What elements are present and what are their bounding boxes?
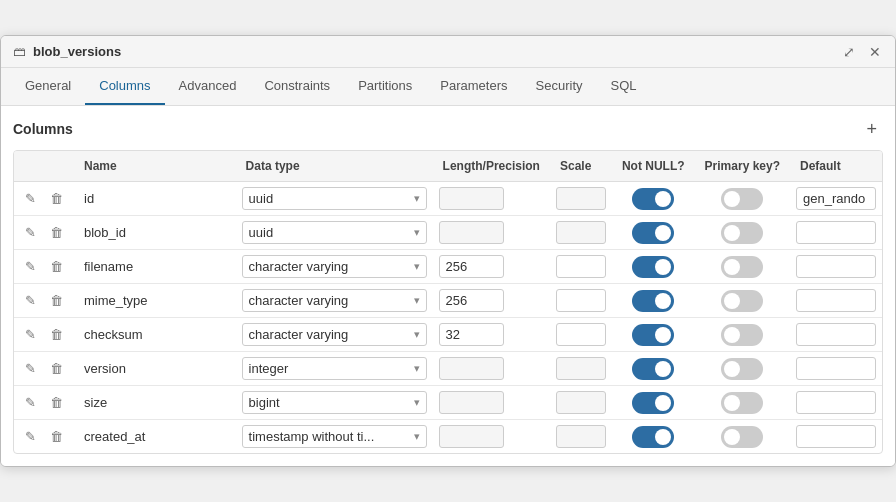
toggle-slider	[721, 358, 763, 380]
tab-constraints[interactable]: Constraints	[250, 68, 344, 105]
primary-key-toggle[interactable]	[721, 256, 763, 278]
not-null-toggle[interactable]	[632, 358, 674, 380]
primary-key-toggle[interactable]	[721, 222, 763, 244]
chevron-down-icon: ▾	[414, 294, 420, 307]
datatype-select[interactable]: bigint ▾	[242, 391, 427, 414]
tab-general[interactable]: General	[11, 68, 85, 105]
length-input[interactable]	[439, 391, 504, 414]
name-input[interactable]	[80, 359, 230, 378]
toggle-slider	[632, 324, 674, 346]
datatype-select[interactable]: timestamp without ti... ▾	[242, 425, 427, 448]
toggle-slider	[721, 392, 763, 414]
edit-button[interactable]: ✎	[20, 324, 41, 345]
length-input[interactable]	[439, 425, 504, 448]
table-row: ✎ 🗑 character varying ▾	[14, 318, 882, 352]
primary-key-toggle[interactable]	[721, 392, 763, 414]
not-null-toggle[interactable]	[632, 392, 674, 414]
datatype-select[interactable]: uuid ▾	[242, 221, 427, 244]
default-input[interactable]	[796, 425, 876, 448]
name-cell	[74, 182, 236, 216]
not-null-toggle[interactable]	[632, 290, 674, 312]
toggle-slider	[721, 290, 763, 312]
columns-header: Columns +	[13, 118, 883, 140]
length-input[interactable]	[439, 221, 504, 244]
name-input[interactable]	[80, 189, 230, 208]
edit-button[interactable]: ✎	[20, 392, 41, 413]
name-input[interactable]	[80, 223, 230, 242]
name-input[interactable]	[80, 291, 230, 310]
edit-button[interactable]: ✎	[20, 222, 41, 243]
name-input[interactable]	[80, 325, 230, 344]
datatype-select[interactable]: integer ▾	[242, 357, 427, 380]
primary-key-toggle[interactable]	[721, 426, 763, 448]
datatype-select[interactable]: character varying ▾	[242, 255, 427, 278]
name-input[interactable]	[80, 427, 230, 446]
not-null-toggle[interactable]	[632, 426, 674, 448]
edit-button[interactable]: ✎	[20, 358, 41, 379]
not-null-toggle[interactable]	[632, 256, 674, 278]
name-input[interactable]	[80, 257, 230, 276]
datatype-select[interactable]: character varying ▾	[242, 289, 427, 312]
not-null-toggle[interactable]	[632, 188, 674, 210]
toggle-slider	[632, 392, 674, 414]
default-cell	[790, 182, 882, 216]
primary-key-toggle[interactable]	[721, 324, 763, 346]
delete-button[interactable]: 🗑	[45, 290, 68, 311]
delete-button[interactable]: 🗑	[45, 324, 68, 345]
scale-input[interactable]	[556, 187, 606, 210]
tab-advanced[interactable]: Advanced	[165, 68, 251, 105]
delete-button[interactable]: 🗑	[45, 222, 68, 243]
edit-button[interactable]: ✎	[20, 426, 41, 447]
default-input[interactable]	[796, 323, 876, 346]
edit-button[interactable]: ✎	[20, 290, 41, 311]
scale-input[interactable]	[556, 323, 606, 346]
scale-input[interactable]	[556, 425, 606, 448]
tab-columns[interactable]: Columns	[85, 68, 164, 105]
edit-button[interactable]: ✎	[20, 188, 41, 209]
datatype-select[interactable]: character varying ▾	[242, 323, 427, 346]
delete-button[interactable]: 🗑	[45, 358, 68, 379]
scale-input[interactable]	[556, 357, 606, 380]
not-null-toggle[interactable]	[632, 324, 674, 346]
length-input[interactable]	[439, 357, 504, 380]
primary-key-cell	[695, 182, 790, 216]
default-input[interactable]	[796, 289, 876, 312]
datatype-select[interactable]: uuid ▾	[242, 187, 427, 210]
length-input[interactable]	[439, 187, 504, 210]
tab-partitions[interactable]: Partitions	[344, 68, 426, 105]
primary-key-cell	[695, 216, 790, 250]
tab-sql[interactable]: SQL	[597, 68, 651, 105]
table-row: ✎ 🗑 uuid ▾	[14, 216, 882, 250]
tab-parameters[interactable]: Parameters	[426, 68, 521, 105]
default-input[interactable]	[796, 391, 876, 414]
window-title: blob_versions	[33, 44, 121, 59]
default-input[interactable]	[796, 187, 876, 210]
name-input[interactable]	[80, 393, 230, 412]
scale-input[interactable]	[556, 255, 606, 278]
default-input[interactable]	[796, 221, 876, 244]
length-input[interactable]	[439, 323, 504, 346]
delete-button[interactable]: 🗑	[45, 188, 68, 209]
primary-key-toggle[interactable]	[721, 358, 763, 380]
scale-input[interactable]	[556, 289, 606, 312]
default-input[interactable]	[796, 357, 876, 380]
table-row: ✎ 🗑 bigint ▾	[14, 386, 882, 420]
primary-key-toggle[interactable]	[721, 188, 763, 210]
length-input[interactable]	[439, 255, 504, 278]
primary-key-toggle[interactable]	[721, 290, 763, 312]
scale-input[interactable]	[556, 391, 606, 414]
delete-button[interactable]: 🗑	[45, 426, 68, 447]
toggle-slider	[632, 358, 674, 380]
edit-button[interactable]: ✎	[20, 256, 41, 277]
length-input[interactable]	[439, 289, 504, 312]
tab-security[interactable]: Security	[522, 68, 597, 105]
scale-input[interactable]	[556, 221, 606, 244]
not-null-toggle[interactable]	[632, 222, 674, 244]
restore-button[interactable]: ⤢	[839, 42, 859, 62]
close-button[interactable]: ✕	[865, 42, 885, 62]
delete-button[interactable]: 🗑	[45, 256, 68, 277]
add-column-button[interactable]: +	[860, 118, 883, 140]
default-input[interactable]	[796, 255, 876, 278]
datatype-value: timestamp without ti...	[249, 429, 375, 444]
delete-button[interactable]: 🗑	[45, 392, 68, 413]
